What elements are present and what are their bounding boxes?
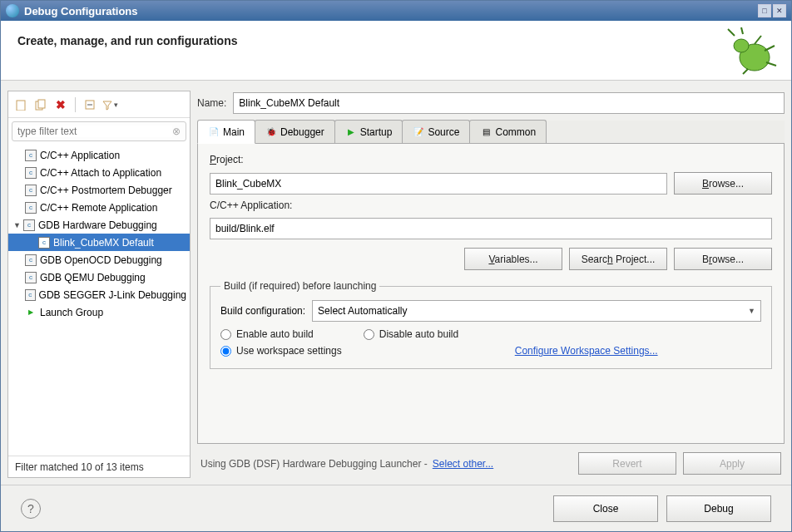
app-input[interactable] bbox=[210, 218, 772, 239]
tree-item-gdb-hw[interactable]: ▼cGDB Hardware Debugging bbox=[8, 216, 190, 234]
play-icon: ▶ bbox=[345, 126, 357, 138]
dialog-window: Debug Configurations □ ✕ Create, manage,… bbox=[0, 0, 792, 532]
radio-disable-auto-build[interactable]: Disable auto build bbox=[364, 328, 458, 340]
project-browse-button[interactable]: Browse... bbox=[674, 172, 772, 195]
sidebar: ✖ ▾ ⊗ cC/C++ Application cC/C++ Attach t… bbox=[7, 91, 191, 478]
tab-main[interactable]: 📄Main bbox=[197, 120, 255, 144]
svg-line-5 bbox=[765, 46, 775, 51]
close-button[interactable]: Close bbox=[553, 495, 658, 522]
chevron-down-icon: ▼ bbox=[748, 307, 755, 315]
content: ✖ ▾ ⊗ cC/C++ Application cC/C++ Attach t… bbox=[1, 81, 791, 485]
tree-item-gdb-qemu[interactable]: cGDB QEMU Debugging bbox=[8, 268, 190, 286]
maximize-button[interactable]: □ bbox=[758, 4, 771, 17]
debug-button[interactable]: Debug bbox=[666, 495, 771, 522]
new-config-icon[interactable] bbox=[12, 96, 30, 114]
app-browse-button[interactable]: Browse... bbox=[674, 248, 772, 270]
configure-workspace-link[interactable]: Configure Workspace Settings... bbox=[515, 345, 658, 357]
tab-common[interactable]: ▤Common bbox=[469, 120, 547, 143]
sidebar-toolbar: ✖ ▾ bbox=[8, 91, 190, 118]
tree-item-launch-group[interactable]: ▶Launch Group bbox=[8, 303, 190, 321]
subtitle: Create, manage, and run configurations bbox=[17, 34, 238, 47]
tree-item-label: C/C++ Application bbox=[40, 150, 120, 161]
build-legend: Build (if required) before launching bbox=[220, 280, 379, 292]
bug-icon bbox=[725, 26, 778, 76]
tree-item-label: Blink_CubeMX Default bbox=[53, 237, 154, 249]
common-icon: ▤ bbox=[480, 126, 492, 138]
revert-button[interactable]: Revert bbox=[578, 452, 676, 475]
radio-use-workspace[interactable]: Use workspace settings bbox=[220, 345, 342, 357]
project-label: Project: bbox=[210, 154, 772, 165]
filter-status: Filter matched 10 of 13 items bbox=[8, 456, 190, 477]
svg-point-1 bbox=[734, 39, 749, 52]
filter-clear-icon[interactable]: ⊗ bbox=[172, 126, 181, 137]
title-bar: Debug Configurations □ ✕ bbox=[1, 1, 791, 21]
filter-icon[interactable]: ▾ bbox=[101, 96, 119, 114]
select-other-link[interactable]: Select other... bbox=[433, 458, 493, 470]
name-label: Name: bbox=[197, 97, 226, 109]
launcher-text: Using GDB (DSF) Hardware Debugging Launc… bbox=[200, 458, 428, 470]
svg-line-2 bbox=[728, 29, 735, 36]
radio-enable-auto-build[interactable]: Enable auto build bbox=[220, 328, 314, 340]
tree-item-c-remote[interactable]: cC/C++ Remote Application bbox=[8, 199, 190, 216]
tree-item-c-postmortem[interactable]: cC/C++ Postmortem Debugger bbox=[8, 181, 190, 199]
launcher-row: Using GDB (DSF) Hardware Debugging Launc… bbox=[197, 444, 785, 478]
duplicate-config-icon[interactable] bbox=[32, 96, 50, 114]
search-project-button[interactable]: Search Project... bbox=[569, 248, 667, 270]
collapse-all-icon[interactable] bbox=[81, 96, 99, 114]
tab-bar: 📄Main 🐞Debugger ▶Startup 📝Source ▤Common bbox=[197, 121, 785, 144]
tree-item-gdb-segger[interactable]: cGDB SEGGER J-Link Debugging bbox=[8, 286, 190, 303]
close-window-button[interactable]: ✕ bbox=[773, 4, 786, 17]
tab-source[interactable]: 📝Source bbox=[402, 120, 470, 143]
svg-line-7 bbox=[743, 69, 748, 74]
svg-rect-10 bbox=[38, 100, 45, 108]
svg-line-3 bbox=[741, 27, 743, 34]
tree-item-label: Launch Group bbox=[40, 307, 103, 318]
tab-debugger[interactable]: 🐞Debugger bbox=[255, 120, 335, 143]
tree-item-c-attach[interactable]: cC/C++ Attach to Application bbox=[8, 164, 190, 181]
build-config-label: Build configuration: bbox=[220, 305, 305, 317]
name-input[interactable] bbox=[233, 92, 785, 114]
tree-item-c-app[interactable]: cC/C++ Application bbox=[8, 146, 190, 164]
app-label: C/C++ Application: bbox=[210, 200, 772, 211]
build-config-value: Select Automatically bbox=[318, 305, 407, 317]
delete-config-icon[interactable]: ✖ bbox=[52, 96, 70, 114]
expand-arrow-icon[interactable]: ▼ bbox=[13, 221, 23, 229]
svg-rect-8 bbox=[17, 101, 25, 111]
tree-item-label: GDB OpenOCD Debugging bbox=[40, 254, 162, 266]
dialog-footer: ? Close Debug bbox=[1, 485, 791, 531]
help-button[interactable]: ? bbox=[21, 499, 41, 519]
tree-item-label: GDB SEGGER J-Link Debugging bbox=[39, 289, 186, 301]
project-input[interactable] bbox=[210, 173, 667, 195]
tree-item-label: C/C++ Remote Application bbox=[40, 202, 157, 214]
tab-startup[interactable]: ▶Startup bbox=[334, 120, 403, 143]
tree-item-label: C/C++ Attach to Application bbox=[40, 167, 161, 179]
apply-button[interactable]: Apply bbox=[683, 452, 781, 475]
main-panel: Name: 📄Main 🐞Debugger ▶Startup 📝Source ▤… bbox=[197, 91, 785, 478]
tree-item-label: GDB QEMU Debugging bbox=[40, 272, 146, 283]
build-group: Build (if required) before launching Bui… bbox=[210, 280, 772, 369]
subheader: Create, manage, and run configurations bbox=[1, 21, 791, 81]
tab-main-body: Project: Browse... C/C++ Application: Va… bbox=[197, 144, 785, 444]
filter-input-box[interactable]: ⊗ bbox=[12, 121, 186, 141]
toolbar-separator bbox=[75, 97, 76, 112]
config-tree: cC/C++ Application cC/C++ Attach to Appl… bbox=[8, 145, 190, 456]
tree-item-label: GDB Hardware Debugging bbox=[38, 219, 157, 231]
tree-item-gdb-openocd[interactable]: cGDB OpenOCD Debugging bbox=[8, 251, 190, 268]
launch-icon: ▶ bbox=[25, 307, 37, 318]
build-config-select[interactable]: Select Automatically ▼ bbox=[312, 300, 761, 322]
filter-input[interactable] bbox=[17, 126, 172, 137]
bug-small-icon: 🐞 bbox=[265, 126, 277, 138]
svg-line-4 bbox=[755, 36, 761, 44]
eclipse-icon bbox=[6, 4, 19, 17]
variables-button[interactable]: Variables... bbox=[464, 248, 562, 270]
tree-item-label: C/C++ Postmortem Debugger bbox=[40, 185, 172, 196]
page-icon: 📄 bbox=[208, 126, 220, 138]
tree-item-blink-default[interactable]: cBlink_CubeMX Default bbox=[8, 234, 190, 251]
window-title: Debug Configurations bbox=[24, 5, 756, 17]
source-icon: 📝 bbox=[413, 126, 424, 138]
